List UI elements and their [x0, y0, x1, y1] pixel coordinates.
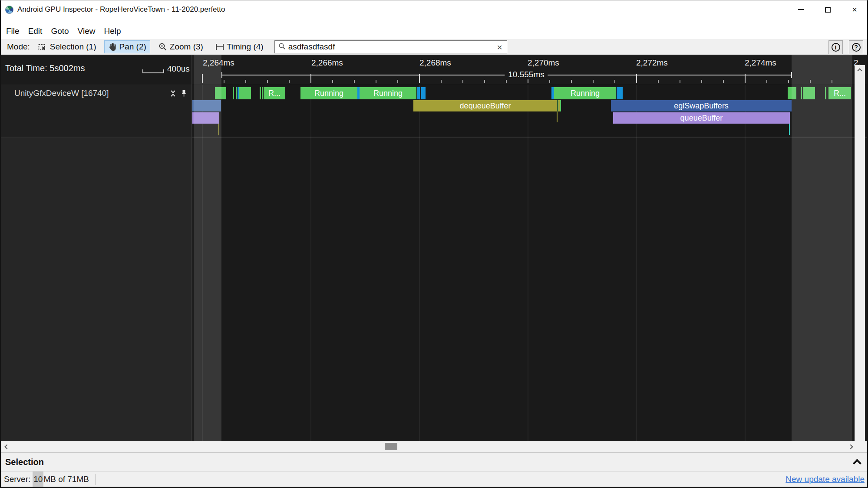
ruler-tick [397, 80, 398, 83]
ruler-tick [766, 80, 767, 83]
timeline-stage: R...RunningRunningRunningR...dequeueBuff… [0, 0, 868, 488]
track-header-icons [170, 90, 187, 99]
timeline-slice[interactable]: eglSwapBuffers [611, 100, 792, 111]
ruler-tick [549, 80, 550, 83]
timeline-slice[interactable] [236, 87, 237, 99]
timeline-slice[interactable] [617, 87, 623, 99]
ruler-time-label: 2,270ms [528, 58, 559, 68]
server-memory-status: Server: 10 MB of 71MB [4, 472, 89, 487]
timeline-slice[interactable]: Running [360, 87, 416, 99]
scale-label: 400us [167, 64, 190, 74]
vertical-scrollbar[interactable] [855, 65, 865, 441]
status-separator [95, 474, 96, 485]
horizontal-scrollbar-thumb[interactable] [385, 443, 397, 450]
timeline-slice[interactable] [260, 87, 261, 99]
selection-panel: Selection [0, 452, 868, 471]
ruler-tick [636, 74, 637, 83]
ruler-tick [506, 80, 507, 83]
selection-collapse-icon[interactable] [853, 459, 861, 468]
ruler-time-label: 2,268ms [419, 58, 451, 68]
timeline-gridline [528, 85, 528, 441]
out-of-range-overlay [792, 55, 852, 441]
timeline-slice[interactable] [262, 87, 263, 99]
pin-track-icon[interactable] [181, 90, 187, 99]
timeline-slice[interactable]: queueBuffer [613, 112, 790, 124]
timeline-gridline [310, 85, 311, 441]
timeline-slice[interactable] [417, 87, 420, 99]
timeline-slice[interactable]: Running [554, 87, 616, 99]
timeline-slice[interactable] [421, 87, 426, 99]
horizontal-scrollbar[interactable] [1, 441, 867, 452]
ruler-tick [593, 80, 594, 83]
server-memory-text: MB of 71MB [43, 475, 89, 484]
ruler-tick [441, 80, 442, 83]
ruler-tick [614, 80, 615, 83]
ruler-tick [224, 80, 224, 83]
ruler-tick [571, 80, 572, 83]
update-available-link[interactable]: New update available [785, 475, 865, 484]
android-gpu-inspector-window: Android GPU Inspector - RopeHeroViceTown… [0, 0, 868, 488]
scroll-left-icon[interactable] [4, 444, 9, 449]
measure-range-cap [221, 72, 222, 78]
ruler-time-label: 2,266ms [311, 58, 343, 68]
ruler-tick [354, 80, 355, 83]
measure-range-cap [791, 72, 792, 78]
ruler-tick [289, 80, 290, 83]
ruler-time-label: 2,274ms [745, 58, 776, 68]
timeline-slice[interactable] [239, 87, 251, 99]
timeline-slice[interactable]: R... [264, 87, 285, 99]
scroll-right-icon[interactable] [848, 444, 853, 449]
server-label: Server: [4, 475, 30, 484]
ruler-tick [202, 74, 203, 83]
ruler-tick [788, 80, 789, 83]
ruler-tick [376, 80, 376, 83]
collapse-track-icon[interactable] [170, 90, 176, 99]
scroll-up-icon[interactable] [857, 68, 862, 73]
ruler-tick [245, 80, 246, 83]
ruler-tick [745, 74, 746, 83]
ruler-tick [832, 80, 832, 83]
ruler-tick [332, 80, 333, 83]
scale-bracket-icon [142, 69, 164, 73]
server-memory-used-gauge: 10 [33, 472, 43, 487]
ruler-tick [658, 80, 659, 83]
timeline-slice[interactable] [560, 100, 561, 111]
status-bar: Server: 10 MB of 71MB New update availab… [0, 471, 868, 487]
timeline-slice[interactable]: dequeueBuffer [413, 100, 557, 111]
measure-range-label: 10.555ms [505, 70, 548, 79]
timeline-gridline [745, 85, 746, 441]
slice-droop-line [789, 124, 790, 135]
selection-panel-title: Selection [5, 457, 44, 467]
ruler-tick [419, 74, 420, 83]
out-of-range-overlay [194, 55, 221, 441]
slice-droop-line [557, 111, 558, 122]
total-time-label: Total Time: 5s002ms [5, 63, 85, 73]
ruler-tick [701, 80, 702, 83]
timeline-slice[interactable] [233, 87, 234, 99]
timeline-gridline [636, 85, 637, 441]
timeline-slice[interactable]: Running [300, 87, 357, 99]
ruler-tick [723, 80, 724, 83]
ruler-tick [680, 80, 680, 83]
ruler-tick [310, 74, 311, 83]
ruler-time-label: 2,264ms [203, 58, 234, 68]
ruler-tick [810, 80, 811, 83]
ruler-tick [267, 80, 268, 83]
timeline-gridline [419, 85, 420, 441]
ruler-tick [462, 80, 463, 83]
track-name-label: UnityGfxDeviceW [16740] [14, 88, 109, 98]
ruler-tick [484, 80, 485, 83]
ruler-time-label: 2,272ms [636, 58, 668, 68]
